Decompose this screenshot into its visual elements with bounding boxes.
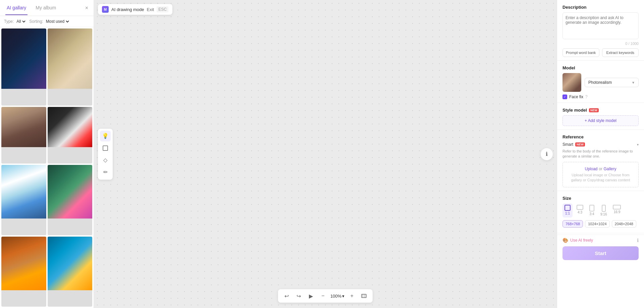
fit-screen-button[interactable]: [359, 291, 369, 301]
type-select[interactable]: All: [15, 19, 26, 24]
zoom-out-button[interactable]: −: [318, 291, 328, 301]
add-style-model-button[interactable]: + Add style model: [562, 115, 639, 126]
divider: [557, 235, 644, 235]
size-label: Size: [562, 196, 639, 201]
prompt-buttons: Prompt word bank Extract keywords: [562, 48, 639, 57]
left-panel: AI gallary My album × Type: All Sorting:…: [0, 0, 94, 308]
size-option-3-4[interactable]: 3:4: [587, 203, 596, 218]
size-label-3-4: 3:4: [590, 212, 594, 216]
right-panel: Description 0 / 1000 Prompt word bank Ex…: [557, 0, 644, 308]
redo-button[interactable]: ↪: [294, 291, 304, 301]
sorting-select[interactable]: Most used: [45, 19, 70, 24]
model-thumbnail: [562, 73, 581, 92]
type-label: Type:: [4, 19, 14, 24]
style-model-header: Style model NEW: [562, 108, 639, 113]
bottom-toolbar: ↩ ↪ ▶ − 100% ▾ +: [278, 289, 373, 303]
gallery-link[interactable]: Gallery: [603, 167, 616, 171]
exit-esc-key: ESC: [157, 6, 168, 12]
tab-album[interactable]: My album: [34, 1, 57, 15]
description-section: Description 0 / 1000 Prompt word bank Ex…: [557, 0, 644, 61]
close-icon[interactable]: ×: [85, 5, 88, 11]
pen-tool[interactable]: ✏: [100, 167, 111, 178]
svg-rect-0: [103, 146, 108, 150]
size-label-16-9: 16:9: [614, 210, 620, 214]
reference-description: Refer to the body of the reference image…: [562, 149, 639, 159]
tab-bar: AI gallary My album ×: [0, 0, 94, 16]
upload-area: Upload or Gallery Upload local image or …: [562, 162, 639, 187]
face-fix-row: Face fix ?: [562, 95, 639, 99]
type-filter[interactable]: Type: All: [4, 19, 26, 24]
reference-section: Reference Smart NEW ▾ Refer to the body …: [557, 130, 644, 191]
model-row: Photorealism ▼: [562, 73, 639, 92]
smart-new-badge: NEW: [575, 142, 585, 146]
info-button[interactable]: ℹ: [541, 148, 553, 160]
smart-row: Smart NEW ▾: [562, 142, 639, 147]
use-ai-label: Use AI freely: [570, 238, 593, 243]
use-ai-info-icon[interactable]: ℹ: [637, 238, 639, 243]
size-option-16-9[interactable]: 16:9: [611, 203, 623, 218]
start-button[interactable]: Start: [562, 246, 639, 260]
description-input[interactable]: [562, 12, 639, 39]
px-option-768[interactable]: 768×768: [562, 220, 583, 228]
size-option-1-1[interactable]: 1:1: [562, 203, 573, 218]
undo-button[interactable]: ↩: [282, 291, 291, 301]
size-options: 1:1 4:3 3:4 9:16 16:9: [562, 203, 639, 218]
image-grid: [0, 27, 94, 308]
size-option-9-16[interactable]: 9:16: [598, 203, 609, 218]
size-label-9-16: 9:16: [600, 212, 607, 216]
ai-icon: 🎨: [562, 238, 568, 243]
size-option-4-3[interactable]: 4:3: [575, 203, 585, 218]
face-fix-checkbox[interactable]: [562, 95, 567, 99]
model-selector[interactable]: Photorealism ▼: [585, 78, 639, 87]
list-item[interactable]: [48, 28, 93, 106]
zoom-level[interactable]: 100% ▾: [330, 294, 344, 299]
list-item[interactable]: [1, 165, 46, 235]
model-label: Model: [562, 65, 639, 70]
use-ai-row: 🎨 Use AI freely ℹ: [557, 238, 644, 243]
ai-mode-icon: M: [102, 6, 109, 13]
sorting-label: Sorting:: [29, 19, 43, 24]
px-option-2048[interactable]: 2048×2048: [612, 220, 636, 228]
list-item[interactable]: [48, 237, 93, 307]
ai-mode-label: AI drawing mode: [111, 7, 144, 12]
chevron-down-icon[interactable]: ▾: [637, 143, 639, 146]
pointer-tool[interactable]: ▶: [306, 291, 316, 301]
exit-label: Exit: [147, 7, 154, 12]
style-model-section: Style model NEW + Add style model: [557, 103, 644, 130]
prompt-word-bank-button[interactable]: Prompt word bank: [562, 48, 599, 57]
frame-tool[interactable]: [100, 143, 111, 153]
tab-gallery[interactable]: AI gallary: [5, 1, 28, 15]
canvas-area[interactable]: M AI drawing mode Exit ESC 💡 ◇ ✏ ℹ ↩ ↪ ▶…: [94, 0, 557, 308]
svg-rect-1: [362, 294, 366, 298]
style-model-label: Style model: [562, 108, 587, 113]
diamond-tool[interactable]: ◇: [100, 155, 111, 166]
list-item[interactable]: [48, 165, 93, 235]
list-item[interactable]: [1, 107, 46, 164]
lightbulb-tool[interactable]: 💡: [100, 131, 111, 141]
new-badge: NEW: [589, 108, 599, 112]
zoom-in-button[interactable]: +: [347, 291, 357, 301]
filter-row: Type: All Sorting: Most used: [0, 16, 94, 27]
smart-label: Smart: [562, 142, 573, 147]
drawing-toolbar: 💡 ◇ ✏: [98, 129, 113, 180]
help-icon[interactable]: ?: [585, 95, 588, 99]
px-option-1024[interactable]: 1024×1024: [585, 220, 609, 228]
model-name: Photorealism: [588, 80, 612, 85]
upload-link[interactable]: Upload: [585, 167, 598, 171]
face-fix-label: Face fix: [569, 95, 583, 99]
list-item[interactable]: [1, 28, 46, 106]
model-section: Model Photorealism ▼ Face fix ?: [557, 61, 644, 103]
extract-keywords-button[interactable]: Extract keywords: [602, 48, 639, 57]
upload-hint: Upload local image or Choose from gallar…: [567, 173, 634, 183]
upload-or: or: [599, 167, 602, 171]
reference-label: Reference: [562, 134, 639, 139]
chevron-down-icon: ▼: [632, 81, 635, 84]
char-count: 0 / 1000: [562, 42, 639, 46]
description-label: Description: [562, 5, 639, 10]
size-section: Size 1:1 4:3 3:4 9:16 16:9: [557, 191, 644, 233]
sorting-filter[interactable]: Sorting: Most used: [29, 19, 70, 24]
size-label-1-1: 1:1: [565, 211, 570, 215]
list-item[interactable]: [1, 237, 46, 307]
list-item[interactable]: [48, 107, 93, 164]
px-options: 768×768 1024×1024 2048×2048: [562, 220, 639, 228]
